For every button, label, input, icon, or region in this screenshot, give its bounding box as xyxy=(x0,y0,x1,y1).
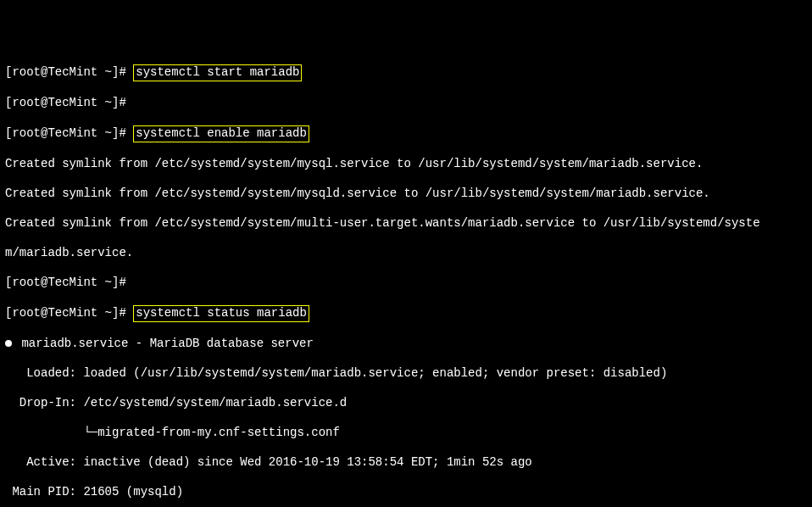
symlink-output-3b: m/mariadb.service. xyxy=(5,246,807,261)
active-line: Active: inactive (dead) since Wed 2016-1… xyxy=(5,455,807,471)
shell-prompt: [root@TecMint ~]# xyxy=(5,65,133,79)
symlink-output-3a: Created symlink from /etc/systemd/system… xyxy=(5,216,807,231)
service-name-line: mariadb.service - MariaDB database serve… xyxy=(5,337,807,352)
prompt-line-2: [root@TecMint ~]# xyxy=(5,96,807,111)
command-enable-mariadb: systemctl enable mariadb xyxy=(133,125,309,142)
service-name: mariadb.service - MariaDB database serve… xyxy=(14,337,314,350)
command-start-mariadb: systemctl start mariadb xyxy=(133,64,302,81)
shell-prompt: [root@TecMint ~]# xyxy=(5,96,133,109)
loaded-line: Loaded: loaded (/usr/lib/systemd/system/… xyxy=(5,366,807,382)
shell-prompt: [root@TecMint ~]# xyxy=(5,126,133,140)
shell-prompt: [root@TecMint ~]# xyxy=(5,276,133,289)
shell-prompt: [root@TecMint ~]# xyxy=(5,306,133,320)
symlink-output-1: Created symlink from /etc/systemd/system… xyxy=(5,157,807,172)
status-bullet-icon xyxy=(5,340,12,347)
dropin-line-2: └─migrated-from-my.cnf-settings.conf xyxy=(5,426,807,441)
prompt-line-1: [root@TecMint ~]# systemctl start mariad… xyxy=(5,64,807,81)
prompt-line-4: [root@TecMint ~]# xyxy=(5,276,807,291)
command-status-mariadb: systemctl status mariadb xyxy=(133,305,309,322)
mainpid-line: Main PID: 21605 (mysqld) xyxy=(5,485,807,500)
prompt-line-5: [root@TecMint ~]# systemctl status maria… xyxy=(5,305,807,322)
dropin-line-1: Drop-In: /etc/systemd/system/mariadb.ser… xyxy=(5,396,807,411)
prompt-line-3: [root@TecMint ~]# systemctl enable maria… xyxy=(5,125,807,142)
symlink-output-2: Created symlink from /etc/systemd/system… xyxy=(5,187,807,202)
